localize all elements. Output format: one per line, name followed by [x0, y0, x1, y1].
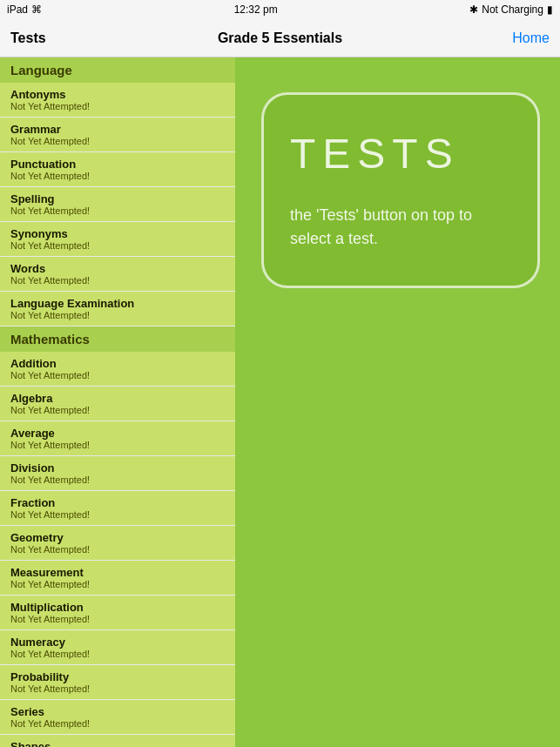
main-content: LanguageAntonymsNot Yet Attempted!Gramma…	[0, 57, 560, 747]
item-title: Words	[10, 262, 225, 275]
item-title: Series	[10, 705, 225, 718]
item-title: Grammar	[10, 123, 225, 136]
list-item-fraction[interactable]: FractionNot Yet Attempted!	[0, 491, 235, 526]
card-title: TESTS	[290, 130, 460, 178]
item-title: Shapes	[10, 740, 225, 747]
item-title: Numeracy	[10, 636, 225, 649]
list-item-algebra[interactable]: AlgebraNot Yet Attempted!	[0, 387, 235, 421]
section-header-language: Language	[0, 57, 235, 83]
list-item-average[interactable]: AverageNot Yet Attempted!	[0, 421, 235, 456]
list-item-multiplication[interactable]: MultiplicationNot Yet Attempted!	[0, 596, 235, 630]
list-item-grammar[interactable]: GrammarNot Yet Attempted!	[0, 118, 235, 152]
list-item-antonyms[interactable]: AntonymsNot Yet Attempted!	[0, 83, 235, 118]
nav-center-title: Grade 5 Essentials	[80, 30, 480, 46]
item-title: Geometry	[10, 531, 225, 544]
status-time: 12:32 pm	[234, 3, 278, 16]
item-subtitle: Not Yet Attempted!	[10, 649, 225, 659]
status-bar: iPad ⌘ 12:32 pm ✱ Not Charging ▮	[0, 0, 560, 19]
item-title: Multiplication	[10, 601, 225, 614]
list-item-series[interactable]: SeriesNot Yet Attempted!	[0, 700, 235, 735]
item-subtitle: Not Yet Attempted!	[10, 718, 225, 729]
list-item-probability[interactable]: ProbabilityNot Yet Attempted!	[0, 665, 235, 700]
list-item-language-examination[interactable]: Language ExaminationNot Yet Attempted!	[0, 292, 235, 326]
list-item-numeracy[interactable]: NumeracyNot Yet Attempted!	[0, 630, 235, 665]
item-title: Punctuation	[10, 158, 225, 171]
item-subtitle: Not Yet Attempted!	[10, 544, 225, 555]
item-title: Language Examination	[10, 297, 225, 310]
item-subtitle: Not Yet Attempted!	[10, 370, 225, 380]
list-item-measurement[interactable]: MeasurementNot Yet Attempted!	[0, 561, 235, 596]
nav-bar: Tests Grade 5 Essentials Home	[0, 19, 560, 57]
item-title: Average	[10, 427, 225, 440]
item-subtitle: Not Yet Attempted!	[10, 310, 225, 320]
status-left: iPad ⌘	[7, 3, 42, 16]
item-subtitle: Not Yet Attempted!	[10, 205, 225, 216]
item-subtitle: Not Yet Attempted!	[10, 683, 225, 694]
item-title: Antonyms	[10, 88, 225, 101]
item-title: Spelling	[10, 192, 225, 205]
item-subtitle: Not Yet Attempted!	[10, 509, 225, 520]
item-subtitle: Not Yet Attempted!	[10, 440, 225, 450]
list-item-punctuation[interactable]: PunctuationNot Yet Attempted!	[0, 152, 235, 187]
main-panel: TESTS the 'Tests' button on top to selec…	[235, 57, 560, 747]
list-item-division[interactable]: DivisionNot Yet Attempted!	[0, 456, 235, 491]
list-item-geometry[interactable]: GeometryNot Yet Attempted!	[0, 526, 235, 561]
status-right: ✱ Not Charging ▮	[469, 3, 553, 16]
item-title: Fraction	[10, 496, 225, 509]
list-item-shapes[interactable]: ShapesNot Yet Attempted!	[0, 735, 235, 747]
list-item-addition[interactable]: AdditionNot Yet Attempted!	[0, 352, 235, 387]
section-header-mathematics: Mathematics	[0, 326, 235, 352]
list-item-synonyms[interactable]: SynonymsNot Yet Attempted!	[0, 222, 235, 257]
test-card: TESTS the 'Tests' button on top to selec…	[261, 92, 540, 288]
nav-right-button[interactable]: Home	[480, 30, 550, 46]
item-subtitle: Not Yet Attempted!	[10, 579, 225, 589]
battery-icon: ▮	[547, 3, 553, 16]
item-subtitle: Not Yet Attempted!	[10, 405, 225, 415]
device-label: iPad	[7, 3, 28, 16]
wifi-icon: ⌘	[31, 3, 42, 16]
list-item-words[interactable]: WordsNot Yet Attempted!	[0, 257, 235, 292]
item-subtitle: Not Yet Attempted!	[10, 474, 225, 485]
item-title: Measurement	[10, 566, 225, 579]
item-title: Synonyms	[10, 227, 225, 240]
list-item-spelling[interactable]: SpellingNot Yet Attempted!	[0, 187, 235, 222]
item-subtitle: Not Yet Attempted!	[10, 136, 225, 146]
card-instruction: the 'Tests' button on top to select a te…	[290, 204, 511, 251]
item-subtitle: Not Yet Attempted!	[10, 275, 225, 286]
item-subtitle: Not Yet Attempted!	[10, 171, 225, 181]
sidebar: LanguageAntonymsNot Yet Attempted!Gramma…	[0, 57, 235, 747]
item-subtitle: Not Yet Attempted!	[10, 101, 225, 111]
item-title: Probability	[10, 670, 225, 683]
bluetooth-icon: ✱	[469, 3, 478, 16]
not-charging-label: Not Charging	[482, 3, 543, 16]
item-title: Algebra	[10, 392, 225, 405]
nav-left-button[interactable]: Tests	[10, 30, 80, 46]
item-title: Division	[10, 461, 225, 474]
item-subtitle: Not Yet Attempted!	[10, 240, 225, 251]
item-title: Addition	[10, 357, 225, 370]
item-subtitle: Not Yet Attempted!	[10, 614, 225, 624]
